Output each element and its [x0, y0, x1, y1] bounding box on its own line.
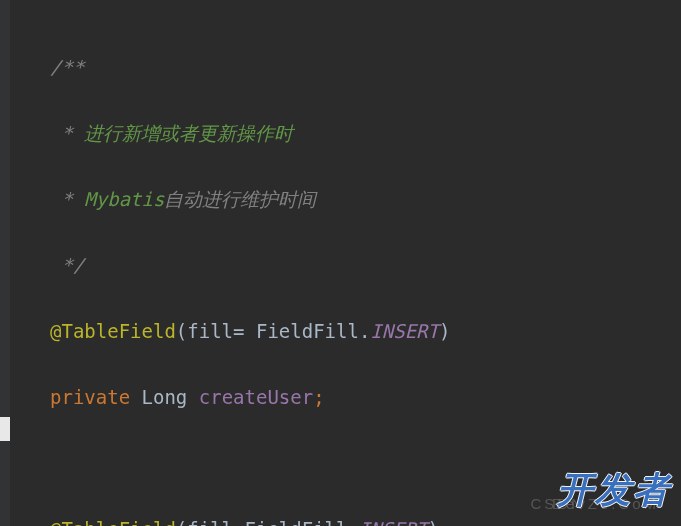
- annotation: @TableField: [50, 320, 176, 342]
- semicolon: ;: [313, 386, 324, 408]
- enum-class: FieldFill: [245, 518, 348, 526]
- enum-class: FieldFill: [256, 320, 359, 342]
- code-line: * Mybatis自动进行维护时间: [0, 183, 681, 216]
- field-name: createUser: [199, 386, 313, 408]
- enum-value: INSERT: [359, 518, 428, 526]
- keyword-private: private: [50, 386, 130, 408]
- dot: .: [359, 320, 370, 342]
- code-line: @TableField(fill= FieldFill.INSERT): [0, 315, 681, 348]
- arg-name: fill=: [187, 518, 244, 526]
- javadoc-open: /**: [50, 56, 84, 78]
- type: Long: [142, 386, 188, 408]
- javadoc-prefix: *: [50, 122, 84, 144]
- javadoc-text: 进行新增或者更新操作时: [84, 122, 293, 144]
- paren-close: ): [428, 518, 439, 526]
- annotation: @TableField: [50, 518, 176, 526]
- code-line: */: [0, 249, 681, 282]
- javadoc-em: Mybatis: [84, 188, 164, 210]
- paren-open: (: [176, 518, 187, 526]
- code-line: @TableField(fill=FieldFill.INSERT): [0, 513, 681, 526]
- dot: .: [347, 518, 358, 526]
- arg-name: fill=: [187, 320, 256, 342]
- javadoc-close: */: [50, 254, 84, 276]
- gutter: [0, 0, 10, 526]
- paren-close: ): [439, 320, 450, 342]
- caret-line-highlight: [0, 417, 10, 441]
- code-line: * 进行新增或者更新操作时: [0, 117, 681, 150]
- blank-line: [0, 447, 681, 480]
- enum-value: INSERT: [370, 320, 439, 342]
- javadoc-prefix: *: [50, 188, 84, 210]
- code-line: private Long createUser;: [0, 381, 681, 414]
- paren-open: (: [176, 320, 187, 342]
- code-line: /**: [0, 51, 681, 84]
- code-block: /** * 进行新增或者更新操作时 * Mybatis自动进行维护时间 */ @…: [0, 0, 681, 526]
- javadoc-text: 自动进行维护时间: [164, 188, 316, 210]
